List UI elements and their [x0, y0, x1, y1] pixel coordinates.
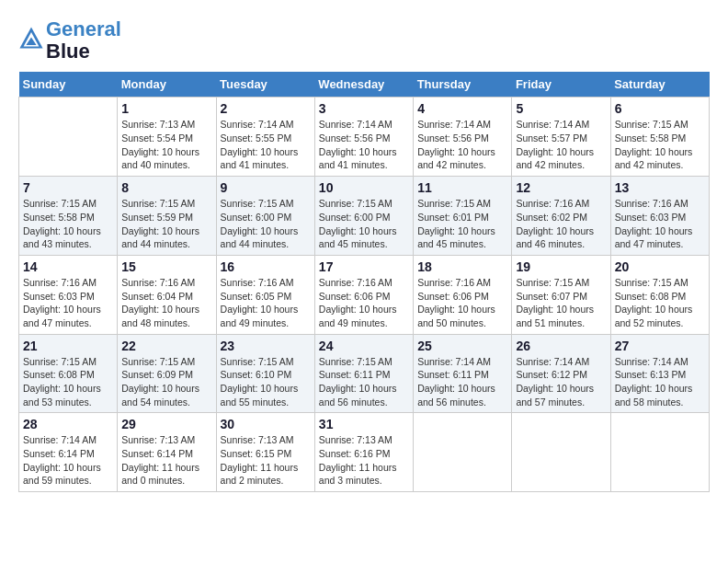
day-number: 7	[23, 180, 113, 195]
day-number: 30	[221, 417, 311, 431]
week-row-3: 14Sunrise: 7:16 AM Sunset: 6:03 PM Dayli…	[19, 255, 710, 334]
page-header: GeneralBlue	[18, 18, 710, 63]
calendar-cell: 17Sunrise: 7:16 AM Sunset: 6:06 PM Dayli…	[314, 255, 413, 334]
day-info: Sunrise: 7:13 AM Sunset: 6:14 PM Dayligh…	[121, 433, 211, 488]
week-row-2: 7Sunrise: 7:15 AM Sunset: 5:58 PM Daylig…	[19, 177, 710, 256]
day-number: 10	[319, 180, 409, 195]
day-number: 6	[615, 101, 705, 116]
calendar-cell: 1Sunrise: 7:13 AM Sunset: 5:54 PM Daylig…	[118, 98, 216, 177]
calendar-cell: 22Sunrise: 7:15 AM Sunset: 6:09 PM Dayli…	[118, 334, 216, 413]
calendar-cell: 25Sunrise: 7:14 AM Sunset: 6:11 PM Dayli…	[414, 334, 512, 413]
day-info: Sunrise: 7:14 AM Sunset: 5:57 PM Dayligh…	[516, 118, 606, 172]
day-number: 12	[516, 180, 606, 195]
day-number: 22	[121, 339, 211, 353]
day-number: 31	[319, 417, 409, 431]
day-info: Sunrise: 7:14 AM Sunset: 6:13 PM Dayligh…	[615, 355, 705, 409]
day-info: Sunrise: 7:14 AM Sunset: 6:11 PM Dayligh…	[417, 355, 507, 409]
day-info: Sunrise: 7:16 AM Sunset: 6:06 PM Dayligh…	[417, 276, 507, 330]
day-number: 14	[23, 259, 113, 274]
day-info: Sunrise: 7:15 AM Sunset: 6:00 PM Dayligh…	[221, 197, 311, 251]
calendar-cell: 14Sunrise: 7:16 AM Sunset: 6:03 PM Dayli…	[19, 255, 118, 334]
day-info: Sunrise: 7:14 AM Sunset: 5:56 PM Dayligh…	[319, 118, 409, 172]
calendar-cell: 4Sunrise: 7:14 AM Sunset: 5:56 PM Daylig…	[414, 98, 512, 177]
day-info: Sunrise: 7:15 AM Sunset: 6:10 PM Dayligh…	[221, 355, 311, 409]
calendar-table: SundayMondayTuesdayWednesdayThursdayFrid…	[18, 72, 710, 492]
calendar-cell: 27Sunrise: 7:14 AM Sunset: 6:13 PM Dayli…	[610, 334, 709, 413]
day-header-tuesday: Tuesday	[216, 72, 314, 98]
day-info: Sunrise: 7:16 AM Sunset: 6:05 PM Dayligh…	[221, 276, 311, 330]
day-info: Sunrise: 7:15 AM Sunset: 6:07 PM Dayligh…	[516, 276, 606, 330]
logo: GeneralBlue	[18, 18, 121, 63]
calendar-cell: 31Sunrise: 7:13 AM Sunset: 6:16 PM Dayli…	[314, 413, 413, 492]
day-number: 13	[615, 180, 705, 195]
day-info: Sunrise: 7:15 AM Sunset: 6:08 PM Dayligh…	[23, 355, 113, 409]
day-info: Sunrise: 7:15 AM Sunset: 6:09 PM Dayligh…	[121, 355, 211, 409]
calendar-cell: 23Sunrise: 7:15 AM Sunset: 6:10 PM Dayli…	[216, 334, 314, 413]
calendar-cell: 12Sunrise: 7:16 AM Sunset: 6:02 PM Dayli…	[512, 177, 610, 256]
calendar-cell	[512, 413, 610, 492]
calendar-cell: 9Sunrise: 7:15 AM Sunset: 6:00 PM Daylig…	[216, 177, 314, 256]
day-info: Sunrise: 7:15 AM Sunset: 6:00 PM Dayligh…	[319, 197, 409, 251]
day-header-sunday: Sunday	[19, 72, 118, 98]
day-info: Sunrise: 7:14 AM Sunset: 6:14 PM Dayligh…	[23, 433, 113, 488]
logo-text: GeneralBlue	[46, 18, 121, 63]
day-number: 9	[221, 180, 311, 195]
day-info: Sunrise: 7:16 AM Sunset: 6:04 PM Dayligh…	[121, 276, 211, 330]
day-header-saturday: Saturday	[610, 72, 709, 98]
day-number: 25	[417, 339, 507, 353]
logo-icon	[18, 26, 44, 52]
day-number: 5	[516, 101, 606, 116]
day-number: 23	[221, 339, 311, 353]
calendar-cell: 21Sunrise: 7:15 AM Sunset: 6:08 PM Dayli…	[19, 334, 118, 413]
calendar-cell: 15Sunrise: 7:16 AM Sunset: 6:04 PM Dayli…	[118, 255, 216, 334]
day-number: 28	[23, 417, 113, 431]
calendar-cell: 10Sunrise: 7:15 AM Sunset: 6:00 PM Dayli…	[314, 177, 413, 256]
day-info: Sunrise: 7:16 AM Sunset: 6:02 PM Dayligh…	[516, 197, 606, 251]
day-info: Sunrise: 7:16 AM Sunset: 6:06 PM Dayligh…	[319, 276, 409, 330]
day-info: Sunrise: 7:14 AM Sunset: 6:12 PM Dayligh…	[516, 355, 606, 409]
day-info: Sunrise: 7:14 AM Sunset: 5:56 PM Dayligh…	[417, 118, 507, 172]
calendar-cell: 30Sunrise: 7:13 AM Sunset: 6:15 PM Dayli…	[216, 413, 314, 492]
calendar-cell: 29Sunrise: 7:13 AM Sunset: 6:14 PM Dayli…	[118, 413, 216, 492]
week-row-1: 1Sunrise: 7:13 AM Sunset: 5:54 PM Daylig…	[19, 98, 710, 177]
day-info: Sunrise: 7:15 AM Sunset: 5:58 PM Dayligh…	[23, 197, 113, 251]
header-row: SundayMondayTuesdayWednesdayThursdayFrid…	[19, 72, 710, 98]
day-number: 29	[121, 417, 211, 431]
day-number: 4	[417, 101, 507, 116]
day-number: 27	[615, 339, 705, 353]
calendar-cell: 26Sunrise: 7:14 AM Sunset: 6:12 PM Dayli…	[512, 334, 610, 413]
day-number: 26	[516, 339, 606, 353]
week-row-4: 21Sunrise: 7:15 AM Sunset: 6:08 PM Dayli…	[19, 334, 710, 413]
day-number: 8	[121, 180, 211, 195]
calendar-cell: 2Sunrise: 7:14 AM Sunset: 5:55 PM Daylig…	[216, 98, 314, 177]
calendar-cell: 7Sunrise: 7:15 AM Sunset: 5:58 PM Daylig…	[19, 177, 118, 256]
calendar-body: 1Sunrise: 7:13 AM Sunset: 5:54 PM Daylig…	[19, 98, 710, 492]
day-header-monday: Monday	[118, 72, 216, 98]
calendar-cell: 16Sunrise: 7:16 AM Sunset: 6:05 PM Dayli…	[216, 255, 314, 334]
day-number: 3	[319, 101, 409, 116]
calendar-cell: 13Sunrise: 7:16 AM Sunset: 6:03 PM Dayli…	[610, 177, 709, 256]
calendar-cell: 3Sunrise: 7:14 AM Sunset: 5:56 PM Daylig…	[314, 98, 413, 177]
day-number: 19	[516, 259, 606, 274]
day-info: Sunrise: 7:14 AM Sunset: 5:55 PM Dayligh…	[221, 118, 311, 172]
day-number: 15	[121, 259, 211, 274]
day-info: Sunrise: 7:15 AM Sunset: 5:58 PM Dayligh…	[615, 118, 705, 172]
day-number: 17	[319, 259, 409, 274]
day-info: Sunrise: 7:15 AM Sunset: 6:01 PM Dayligh…	[417, 197, 507, 251]
day-number: 16	[221, 259, 311, 274]
day-info: Sunrise: 7:16 AM Sunset: 6:03 PM Dayligh…	[615, 197, 705, 251]
day-header-friday: Friday	[512, 72, 610, 98]
day-header-thursday: Thursday	[414, 72, 512, 98]
day-header-wednesday: Wednesday	[314, 72, 413, 98]
calendar-cell: 6Sunrise: 7:15 AM Sunset: 5:58 PM Daylig…	[610, 98, 709, 177]
day-info: Sunrise: 7:13 AM Sunset: 6:16 PM Dayligh…	[319, 433, 409, 488]
week-row-5: 28Sunrise: 7:14 AM Sunset: 6:14 PM Dayli…	[19, 413, 710, 492]
calendar-header: SundayMondayTuesdayWednesdayThursdayFrid…	[19, 72, 710, 98]
day-info: Sunrise: 7:13 AM Sunset: 5:54 PM Dayligh…	[121, 118, 211, 172]
calendar-cell: 18Sunrise: 7:16 AM Sunset: 6:06 PM Dayli…	[414, 255, 512, 334]
calendar-cell	[19, 98, 118, 177]
day-number: 1	[121, 101, 211, 116]
calendar-cell: 11Sunrise: 7:15 AM Sunset: 6:01 PM Dayli…	[414, 177, 512, 256]
calendar-cell	[610, 413, 709, 492]
day-info: Sunrise: 7:15 AM Sunset: 5:59 PM Dayligh…	[121, 197, 211, 251]
